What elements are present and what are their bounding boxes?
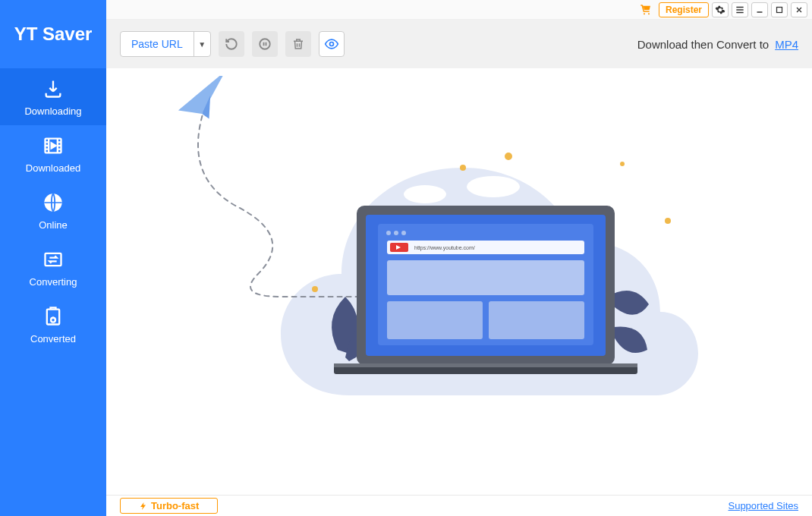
sidebar-item-converted[interactable]: Converted	[0, 296, 106, 353]
main-area: Register Paste URL ▼	[106, 0, 812, 516]
svg-point-12	[620, 162, 625, 166]
svg-point-20	[386, 231, 391, 235]
format-link[interactable]: MP4	[775, 38, 798, 51]
minimize-button[interactable]	[751, 2, 768, 17]
svg-rect-7	[777, 7, 782, 12]
svg-point-14	[312, 286, 318, 292]
svg-rect-26	[387, 301, 483, 339]
sidebar-item-label: Converting	[30, 276, 77, 288]
turbo-fast-button[interactable]: Turbo-fast	[120, 498, 218, 514]
cart-icon[interactable]	[639, 4, 653, 16]
content-area: https://www.youtube.com/	[106, 68, 812, 495]
sidebar-item-label: Converted	[30, 333, 76, 345]
svg-point-4	[51, 318, 55, 322]
preview-button[interactable]	[319, 31, 345, 57]
sidebar-item-converting[interactable]: Converting	[0, 239, 106, 296]
menu-button[interactable]	[732, 2, 748, 17]
toolbar: Paste URL ▼ Download then Convert to MP4	[106, 20, 812, 68]
svg-rect-2	[46, 253, 61, 266]
nav-list: Downloading Downloaded Online Converting	[0, 68, 106, 516]
settings-button[interactable]	[712, 2, 729, 17]
pause-button[interactable]	[252, 31, 278, 57]
turbo-label: Turbo-fast	[151, 500, 199, 511]
clipboard-refresh-icon	[41, 304, 65, 329]
close-button[interactable]	[791, 2, 807, 17]
svg-point-10	[460, 165, 466, 171]
svg-rect-29	[334, 363, 637, 367]
svg-point-9	[329, 42, 333, 46]
svg-point-21	[394, 231, 398, 235]
footer: Turbo-fast Supported Sites	[106, 495, 812, 516]
paste-url-dropdown[interactable]: ▼	[194, 32, 210, 56]
paste-url-button[interactable]: Paste URL	[121, 32, 194, 56]
svg-point-15	[404, 185, 446, 203]
lightning-icon	[139, 502, 148, 511]
svg-point-22	[401, 231, 406, 235]
download-arrow-icon	[41, 77, 65, 101]
svg-point-16	[467, 176, 520, 197]
illustration-url: https://www.youtube.com/	[414, 245, 475, 251]
maximize-button[interactable]	[771, 2, 788, 17]
convert-arrows-icon	[41, 247, 65, 272]
convert-setting: Download then Convert to MP4	[637, 38, 798, 51]
sidebar-item-label: Downloaded	[26, 162, 80, 174]
svg-rect-25	[387, 260, 584, 295]
sidebar: YT Saver Downloading Downloaded Online	[0, 0, 106, 516]
svg-point-5	[644, 13, 645, 14]
svg-point-6	[648, 13, 650, 14]
delete-button[interactable]	[285, 31, 311, 57]
sidebar-item-label: Downloading	[24, 105, 81, 117]
svg-rect-27	[489, 301, 584, 339]
svg-point-8	[260, 39, 270, 49]
app-root: YT Saver Downloading Downloaded Online	[0, 0, 812, 516]
svg-point-11	[505, 153, 512, 160]
film-play-icon	[41, 134, 65, 158]
title-bar: Register	[106, 0, 812, 20]
svg-point-13	[665, 218, 671, 224]
sidebar-item-downloaded[interactable]: Downloaded	[0, 125, 106, 182]
empty-state-illustration: https://www.youtube.com/	[137, 76, 782, 480]
app-logo: YT Saver	[0, 0, 106, 68]
globe-icon	[41, 190, 65, 215]
sidebar-item-online[interactable]: Online	[0, 182, 106, 239]
convert-label: Download then Convert to	[637, 38, 769, 51]
sidebar-item-label: Online	[39, 219, 68, 231]
supported-sites-link[interactable]: Supported Sites	[728, 500, 798, 511]
paste-url-button-group: Paste URL ▼	[120, 31, 211, 57]
register-button[interactable]: Register	[659, 2, 709, 17]
retry-button[interactable]	[219, 31, 244, 57]
sidebar-item-downloading[interactable]: Downloading	[0, 68, 106, 125]
